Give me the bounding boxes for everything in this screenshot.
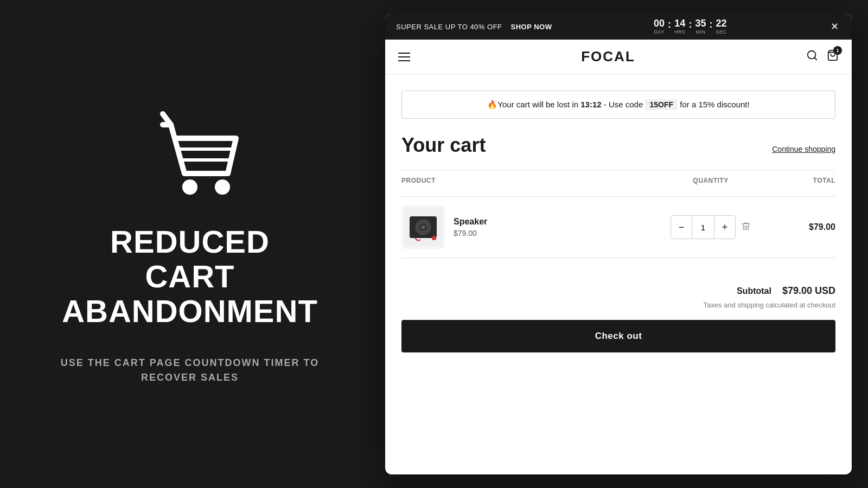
announcement-text: SUPER SALE UP TO 40% OFF SHOP NOW [396,23,552,31]
item-total: $79.00 [770,222,835,232]
banner-suffix: for a 15% discount! [680,100,749,109]
quantity-decrease-button[interactable]: − [671,216,692,239]
cart-content: 🔥Your cart will be lost in 13:12 - Use c… [385,74,852,474]
product-name: Speaker [454,217,487,227]
hamburger-menu-icon[interactable] [398,53,410,61]
cart-columns: PRODUCT QUANTITY TOTAL [401,170,835,191]
cart-badge: 1 [833,46,842,55]
cart-summary: Subtotal $79.00 USD Taxes and shipping c… [401,274,835,352]
left-panel: REDUCED CART ABANDONMENT USE THE CART PA… [0,0,380,488]
banner-middle: - Use code [604,100,643,109]
timer-sep-1: : [668,19,671,30]
left-subtitle: USE THE CART PAGE COUNTDOWN TIMER TO REC… [33,356,347,385]
header-actions: 1 [806,49,839,64]
col-product: PRODUCT [401,177,651,184]
checkout-button[interactable]: Check out [401,320,835,352]
cart-title: Your cart [401,134,486,157]
quantity-wrapper: − 1 + [671,215,736,239]
discount-code: 15OFF [645,99,678,110]
countdown-timer: 00 DAY : 14 HRS : 35 MIN : 22 SEC [654,18,727,35]
quantity-increase-button[interactable]: + [714,216,735,239]
quantity-value: 1 [692,216,714,239]
col-quantity: QUANTITY [651,177,770,184]
store-header: FOCAL 1 [385,40,852,74]
timer-sep-3: : [710,19,713,30]
cart-countdown-banner: 🔥Your cart will be lost in 13:12 - Use c… [401,91,835,119]
timer-days: 00 DAY [654,18,665,35]
product-details: Speaker $79.00 [454,217,487,237]
banner-timer: 13:12 [580,100,601,109]
right-panel: SUPER SALE UP TO 40% OFF SHOP NOW 00 DAY… [380,0,868,488]
delete-item-button[interactable] [741,221,751,233]
shop-now-link[interactable]: SHOP NOW [511,23,552,31]
timer-hours: 14 HRS [674,18,686,35]
product-image [401,206,445,249]
cart-icon[interactable]: 1 [827,49,839,64]
continue-shopping-link[interactable]: Continue shopping [772,145,835,153]
table-row: Speaker $79.00 − 1 + [401,196,835,258]
sale-text: SUPER SALE UP TO 40% OFF [396,23,502,31]
banner-prefix: 🔥Your cart will be lost in [487,100,578,109]
timer-sep-2: : [689,19,692,30]
store-logo: FOCAL [581,48,635,65]
col-total: TOTAL [770,177,835,184]
cart-heading-row: Your cart Continue shopping [401,134,835,157]
svg-point-1 [215,179,230,195]
announcement-bar: SUPER SALE UP TO 40% OFF SHOP NOW 00 DAY… [385,14,852,40]
quantity-controls: − 1 + [651,215,770,239]
product-info: Speaker $79.00 [401,206,651,249]
left-heading: REDUCED CART ABANDONMENT [33,224,347,328]
close-announcement-button[interactable]: ✕ [828,18,841,35]
svg-line-5 [814,57,816,60]
subtotal-value: $79.00 USD [782,285,835,297]
svg-point-12 [432,236,436,240]
cart-illustration [136,103,244,203]
browser-window: SUPER SALE UP TO 40% OFF SHOP NOW 00 DAY… [385,14,852,474]
svg-point-11 [422,226,425,229]
tax-note: Taxes and shipping calculated at checkou… [401,301,835,309]
product-price: $79.00 [454,229,487,237]
subtotal-label: Subtotal [737,286,771,296]
timer-seconds: 22 SEC [716,18,727,35]
svg-point-0 [182,179,197,195]
timer-minutes: 35 MIN [695,18,706,35]
search-icon[interactable] [806,49,818,64]
subtotal-row: Subtotal $79.00 USD [401,285,835,297]
